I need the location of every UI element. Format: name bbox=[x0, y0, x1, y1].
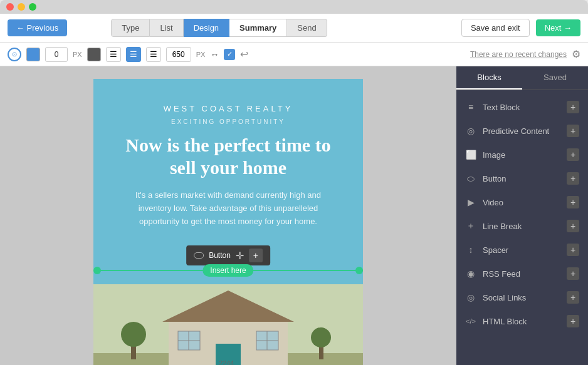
sidebar-item-social-links[interactable]: ◎ Social Links + bbox=[456, 285, 588, 309]
tab-saved[interactable]: Saved bbox=[522, 66, 588, 90]
sidebar-item-label-html: HTML Block bbox=[483, 317, 527, 326]
checkbox-icon[interactable]: ✓ bbox=[224, 49, 235, 60]
rss-feed-icon: ◉ bbox=[465, 269, 476, 279]
sidebar-item-label-rss: RSS Feed bbox=[483, 269, 520, 279]
insert-dot-left bbox=[93, 267, 101, 274]
brand-name: WEST COAST REALTY bbox=[112, 104, 344, 113]
svg-text:2244: 2244 bbox=[219, 359, 234, 365]
add-html-button[interactable]: + bbox=[567, 315, 579, 327]
html-block-icon: </> bbox=[465, 317, 476, 325]
color-swatch-dark[interactable] bbox=[87, 48, 101, 61]
add-line-break-button[interactable]: + bbox=[567, 220, 579, 232]
number-input[interactable] bbox=[45, 47, 68, 62]
sidebar-item-line-break[interactable]: ＋ Line Break + bbox=[456, 214, 588, 238]
insert-zone[interactable]: Insert here bbox=[93, 264, 363, 277]
main-area: WEST COAST REALTY EXCITING OPPORTUNITY N… bbox=[0, 66, 588, 365]
sidebar: Blocks Saved ≡ Text Block + ◎ Predictive… bbox=[456, 66, 588, 365]
align-center-button[interactable]: ☰ bbox=[126, 47, 141, 62]
social-links-icon: ◎ bbox=[465, 292, 476, 302]
step-summary[interactable]: Summary bbox=[229, 19, 287, 37]
add-button-button[interactable]: + bbox=[567, 172, 579, 185]
step-design[interactable]: Design bbox=[184, 19, 229, 37]
px-label: PX bbox=[73, 51, 82, 58]
sidebar-item-predictive-content[interactable]: ◎ Predictive Content + bbox=[456, 119, 588, 143]
tab-blocks[interactable]: Blocks bbox=[456, 66, 522, 90]
save-exit-button[interactable]: Save and exit bbox=[461, 19, 530, 37]
add-rss-button[interactable]: + bbox=[567, 267, 579, 280]
undo-button[interactable]: ↩ bbox=[240, 48, 248, 60]
maximize-button[interactable] bbox=[29, 3, 36, 11]
sidebar-tabs: Blocks Saved bbox=[456, 66, 588, 90]
insert-here-label[interactable]: Insert here bbox=[202, 264, 253, 277]
align-right-button[interactable]: ☰ bbox=[146, 47, 161, 62]
window-chrome bbox=[0, 0, 588, 14]
gear-button[interactable]: ⚙ bbox=[572, 48, 580, 60]
sidebar-items: ≡ Text Block + ◎ Predictive Content + ⬜ bbox=[456, 90, 588, 365]
predictive-content-icon: ◎ bbox=[465, 126, 476, 136]
video-icon: ▶ bbox=[465, 197, 476, 207]
hero-headline: Now is the perfect time to sell your hom… bbox=[112, 134, 344, 179]
step-send[interactable]: Send bbox=[287, 19, 327, 37]
add-text-block-button[interactable]: + bbox=[567, 101, 579, 113]
hero-body: It's a sellers market with demand curren… bbox=[128, 189, 328, 228]
add-video-button[interactable]: + bbox=[567, 196, 579, 208]
sidebar-item-label-social: Social Links bbox=[483, 293, 526, 302]
color-swatch-blue[interactable] bbox=[26, 48, 40, 61]
button-icon: ⬭ bbox=[465, 173, 476, 184]
insert-dot-right bbox=[355, 267, 363, 274]
align-left-button[interactable]: ☰ bbox=[106, 47, 121, 62]
spacer-icon: ↕ bbox=[465, 245, 476, 255]
move-icon[interactable]: ✛ bbox=[236, 250, 244, 262]
hero-block[interactable]: WEST COAST REALTY EXCITING OPPORTUNITY N… bbox=[93, 79, 363, 284]
next-button[interactable]: Next → bbox=[536, 19, 580, 36]
button-label: Button bbox=[209, 251, 231, 260]
exciting-label: EXCITING OPPORTUNITY bbox=[112, 118, 344, 125]
sidebar-item-label-button: Button bbox=[483, 174, 507, 183]
sidebar-item-button[interactable]: ⬭ Button + bbox=[456, 167, 588, 190]
button-block-bar: Button ✛ + bbox=[186, 245, 270, 265]
step-navigation: Type List Design Summary Send bbox=[111, 19, 327, 37]
width-input[interactable] bbox=[166, 47, 191, 62]
line-break-icon: ＋ bbox=[465, 220, 476, 232]
sidebar-item-text-block[interactable]: ≡ Text Block + bbox=[456, 95, 588, 119]
sidebar-item-html-block[interactable]: </> HTML Block + bbox=[456, 309, 588, 333]
resize-icon[interactable]: ↔ bbox=[210, 49, 219, 59]
sidebar-item-label-predictive: Predictive Content bbox=[483, 126, 549, 136]
sidebar-item-rss-feed[interactable]: ◉ RSS Feed + bbox=[456, 262, 588, 285]
email-canvas: WEST COAST REALTY EXCITING OPPORTUNITY N… bbox=[93, 79, 363, 365]
button-icon-small bbox=[194, 252, 204, 259]
add-spacer-button[interactable]: + bbox=[567, 244, 579, 256]
px2-label: PX bbox=[196, 51, 206, 58]
secondary-toolbar: ⊙ PX ☰ ☰ ☰ PX ↔ ✓ ↩ There are no recent … bbox=[0, 43, 588, 66]
svg-point-15 bbox=[311, 327, 331, 347]
sidebar-item-video[interactable]: ▶ Video + bbox=[456, 190, 588, 214]
recent-changes-text[interactable]: There are no recent changes bbox=[470, 50, 567, 59]
sidebar-item-label-line-break: Line Break bbox=[483, 222, 522, 231]
image-icon: ⬜ bbox=[465, 150, 476, 160]
sidebar-item-label-video: Video bbox=[483, 198, 503, 207]
canvas-area: WEST COAST REALTY EXCITING OPPORTUNITY N… bbox=[0, 66, 456, 365]
text-block-icon: ≡ bbox=[465, 102, 476, 112]
sidebar-item-label-spacer: Spacer bbox=[483, 245, 508, 255]
add-button-overlay[interactable]: + bbox=[249, 249, 263, 262]
svg-point-13 bbox=[121, 322, 146, 347]
toolbar-right: Save and exit Next → bbox=[461, 19, 580, 37]
house-image-block[interactable]: 2244 bbox=[93, 284, 363, 365]
add-image-button[interactable]: + bbox=[567, 148, 579, 161]
target-icon[interactable]: ⊙ bbox=[8, 48, 21, 61]
sidebar-item-label-text-block: Text Block bbox=[483, 103, 520, 112]
previous-button[interactable]: ← Previous bbox=[8, 19, 67, 36]
button-block-toolbar: Button ✛ + bbox=[186, 245, 270, 265]
add-predictive-button[interactable]: + bbox=[567, 125, 579, 137]
close-button[interactable] bbox=[6, 3, 14, 11]
step-type[interactable]: Type bbox=[111, 19, 150, 37]
minimize-button[interactable] bbox=[18, 3, 25, 11]
step-list[interactable]: List bbox=[150, 19, 183, 37]
sidebar-item-spacer[interactable]: ↕ Spacer + bbox=[456, 238, 588, 262]
main-toolbar: ← Previous Type List Design Summary Send… bbox=[0, 14, 588, 43]
sidebar-item-label-image: Image bbox=[483, 150, 505, 160]
sidebar-item-image[interactable]: ⬜ Image + bbox=[456, 143, 588, 167]
app: ← Previous Type List Design Summary Send… bbox=[0, 14, 588, 365]
add-social-button[interactable]: + bbox=[567, 291, 579, 304]
